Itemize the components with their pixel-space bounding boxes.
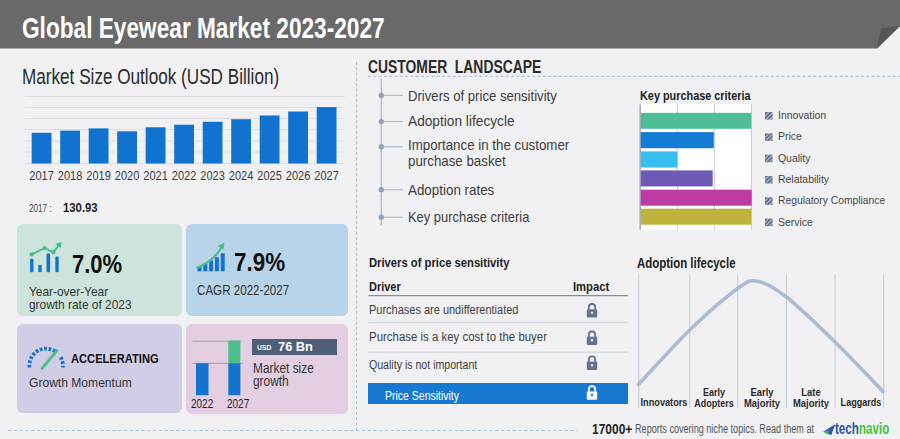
svg-text:2022: 2022 [172,169,197,183]
svg-text:2023: 2023 [200,169,225,183]
svg-text:2025: 2025 [257,169,282,183]
svg-text:2024: 2024 [229,169,254,183]
svg-text:2017: 2017 [29,169,54,183]
svg-text:2018: 2018 [58,169,83,183]
svg-text:2021: 2021 [143,169,168,183]
svg-text:2019: 2019 [86,169,111,183]
svg-text:2027: 2027 [314,169,339,183]
svg-text:2026: 2026 [286,169,311,183]
svg-text:2020: 2020 [115,169,140,183]
